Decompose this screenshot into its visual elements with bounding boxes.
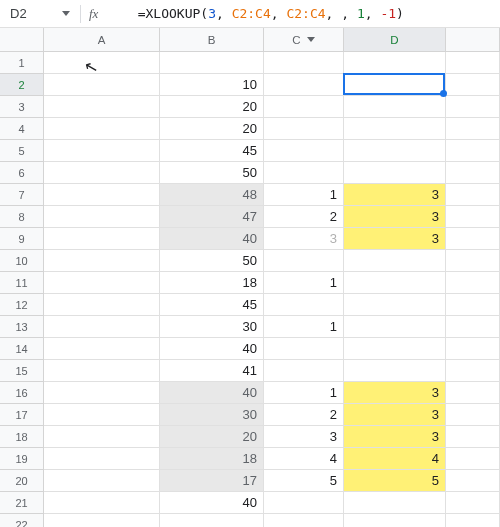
cell-empty[interactable] — [446, 74, 500, 96]
cell-B1[interactable] — [160, 52, 264, 74]
cell-empty[interactable] — [446, 162, 500, 184]
row-header[interactable]: 4 — [0, 118, 44, 140]
cell-A19[interactable] — [44, 448, 160, 470]
cell-B3[interactable]: 20 — [160, 96, 264, 118]
cell-A5[interactable] — [44, 140, 160, 162]
cell-B19[interactable]: 18 — [160, 448, 264, 470]
cell-A8[interactable] — [44, 206, 160, 228]
cell-empty[interactable] — [446, 448, 500, 470]
cell-C14[interactable] — [264, 338, 344, 360]
cell-D16[interactable]: 3 — [344, 382, 446, 404]
row-header[interactable]: 7 — [0, 184, 44, 206]
row-header[interactable]: 9 — [0, 228, 44, 250]
row-header[interactable]: 2 — [0, 74, 44, 96]
cell-C17[interactable]: 2 — [264, 404, 344, 426]
cell-D8[interactable]: 3 — [344, 206, 446, 228]
row-header[interactable]: 6 — [0, 162, 44, 184]
row-header[interactable]: 22 — [0, 514, 44, 527]
cell-C20[interactable]: 5 — [264, 470, 344, 492]
cell-B20[interactable]: 17 — [160, 470, 264, 492]
cell-empty[interactable] — [446, 514, 500, 527]
cell-A7[interactable] — [44, 184, 160, 206]
cell-C9[interactable]: 3 — [264, 228, 344, 250]
cell-C18[interactable]: 3 — [264, 426, 344, 448]
cell-C2[interactable] — [264, 74, 344, 96]
cell-C12[interactable] — [264, 294, 344, 316]
cell-empty[interactable] — [446, 272, 500, 294]
cell-D2[interactable] — [344, 74, 446, 96]
cell-C22[interactable] — [264, 514, 344, 527]
cell-empty[interactable] — [446, 316, 500, 338]
cell-empty[interactable] — [446, 492, 500, 514]
cell-C4[interactable] — [264, 118, 344, 140]
cell-C3[interactable] — [264, 96, 344, 118]
cell-C6[interactable] — [264, 162, 344, 184]
cell-empty[interactable] — [446, 140, 500, 162]
cell-C8[interactable]: 2 — [264, 206, 344, 228]
cell-B7[interactable]: 48 — [160, 184, 264, 206]
cell-D15[interactable] — [344, 360, 446, 382]
cell-D19[interactable]: 4 — [344, 448, 446, 470]
row-header[interactable]: 18 — [0, 426, 44, 448]
cell-A18[interactable] — [44, 426, 160, 448]
cell-empty[interactable] — [446, 96, 500, 118]
cell-A2[interactable] — [44, 74, 160, 96]
cell-A11[interactable] — [44, 272, 160, 294]
cell-D18[interactable]: 3 — [344, 426, 446, 448]
cell-A14[interactable] — [44, 338, 160, 360]
cell-B18[interactable]: 20 — [160, 426, 264, 448]
row-header[interactable]: 3 — [0, 96, 44, 118]
cell-D17[interactable]: 3 — [344, 404, 446, 426]
row-header[interactable]: 10 — [0, 250, 44, 272]
cell-empty[interactable] — [446, 382, 500, 404]
cell-A17[interactable] — [44, 404, 160, 426]
cell-B6[interactable]: 50 — [160, 162, 264, 184]
cell-B4[interactable]: 20 — [160, 118, 264, 140]
cell-B12[interactable]: 45 — [160, 294, 264, 316]
cell-B21[interactable]: 40 — [160, 492, 264, 514]
cell-D1[interactable] — [344, 52, 446, 74]
row-header[interactable]: 16 — [0, 382, 44, 404]
cell-empty[interactable] — [446, 118, 500, 140]
cell-C16[interactable]: 1 — [264, 382, 344, 404]
row-header[interactable]: 14 — [0, 338, 44, 360]
row-header[interactable]: 12 — [0, 294, 44, 316]
cell-D11[interactable] — [344, 272, 446, 294]
cell-A13[interactable] — [44, 316, 160, 338]
cell-B9[interactable]: 40 — [160, 228, 264, 250]
cell-A20[interactable] — [44, 470, 160, 492]
cell-A12[interactable] — [44, 294, 160, 316]
cell-empty[interactable] — [446, 52, 500, 74]
cell-A4[interactable] — [44, 118, 160, 140]
cell-A15[interactable] — [44, 360, 160, 382]
cell-B15[interactable]: 41 — [160, 360, 264, 382]
row-header[interactable]: 15 — [0, 360, 44, 382]
cell-C21[interactable] — [264, 492, 344, 514]
cell-B13[interactable]: 30 — [160, 316, 264, 338]
column-header-B[interactable]: B — [160, 28, 264, 52]
cell-D6[interactable] — [344, 162, 446, 184]
row-header[interactable]: 1 — [0, 52, 44, 74]
cell-A16[interactable] — [44, 382, 160, 404]
cell-empty[interactable] — [446, 294, 500, 316]
row-header[interactable]: 8 — [0, 206, 44, 228]
row-header[interactable]: 11 — [0, 272, 44, 294]
cell-B11[interactable]: 18 — [160, 272, 264, 294]
cell-empty[interactable] — [446, 250, 500, 272]
cell-A9[interactable] — [44, 228, 160, 250]
filter-dropdown-icon[interactable] — [307, 37, 315, 42]
column-header-C[interactable]: C — [264, 28, 344, 52]
cell-C10[interactable] — [264, 250, 344, 272]
row-header[interactable]: 19 — [0, 448, 44, 470]
cell-D13[interactable] — [344, 316, 446, 338]
row-header[interactable]: 20 — [0, 470, 44, 492]
cell-empty[interactable] — [446, 426, 500, 448]
cell-A6[interactable] — [44, 162, 160, 184]
cell-B17[interactable]: 30 — [160, 404, 264, 426]
cell-B14[interactable]: 40 — [160, 338, 264, 360]
cell-A3[interactable] — [44, 96, 160, 118]
column-header-next[interactable] — [446, 28, 500, 52]
cell-empty[interactable] — [446, 470, 500, 492]
cell-C7[interactable]: 1 — [264, 184, 344, 206]
cell-D12[interactable] — [344, 294, 446, 316]
